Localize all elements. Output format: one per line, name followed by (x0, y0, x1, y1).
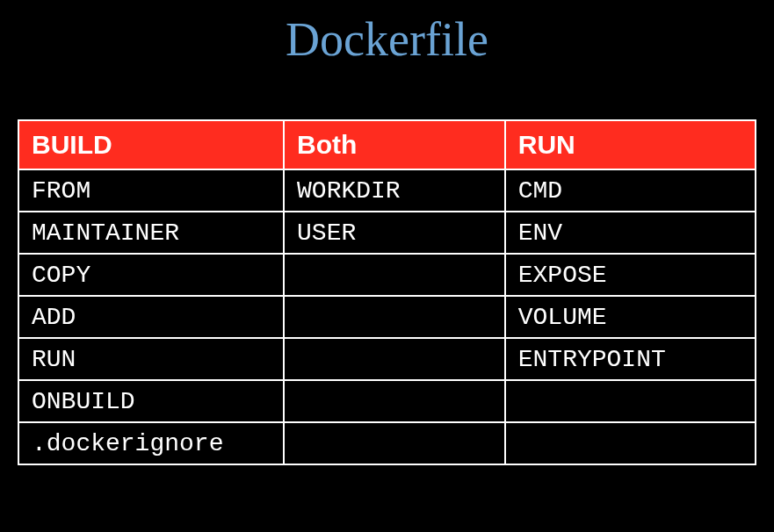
cell-run: ENV (505, 212, 756, 254)
page-title: Dockerfile (286, 12, 488, 67)
header-build: BUILD (18, 120, 284, 169)
table-row: ONBUILD (18, 380, 756, 422)
cell-both (284, 380, 505, 422)
cell-build: MAINTAINER (18, 212, 284, 254)
cell-run: EXPOSE (505, 254, 756, 296)
cell-run (505, 422, 756, 464)
table-row: MAINTAINER USER ENV (18, 212, 756, 254)
table-row: COPY EXPOSE (18, 254, 756, 296)
table-row: ADD VOLUME (18, 296, 756, 338)
cell-both (284, 422, 505, 464)
cell-build: FROM (18, 169, 284, 212)
cell-run: CMD (505, 169, 756, 212)
cell-build: ADD (18, 296, 284, 338)
cell-both (284, 296, 505, 338)
header-run: RUN (505, 120, 756, 169)
cell-both: WORKDIR (284, 169, 505, 212)
cell-build: COPY (18, 254, 284, 296)
cell-build: ONBUILD (18, 380, 284, 422)
table-row: RUN ENTRYPOINT (18, 338, 756, 380)
cell-both (284, 338, 505, 380)
dockerfile-table: BUILD Both RUN FROM WORKDIR CMD MAINTAIN… (18, 119, 756, 465)
table-header-row: BUILD Both RUN (18, 120, 756, 169)
cell-build: RUN (18, 338, 284, 380)
cell-run (505, 380, 756, 422)
table-row: .dockerignore (18, 422, 756, 464)
cell-both (284, 254, 505, 296)
header-both: Both (284, 120, 505, 169)
cell-both: USER (284, 212, 505, 254)
cell-build: .dockerignore (18, 422, 284, 464)
cell-run: VOLUME (505, 296, 756, 338)
cell-run: ENTRYPOINT (505, 338, 756, 380)
table-row: FROM WORKDIR CMD (18, 169, 756, 212)
